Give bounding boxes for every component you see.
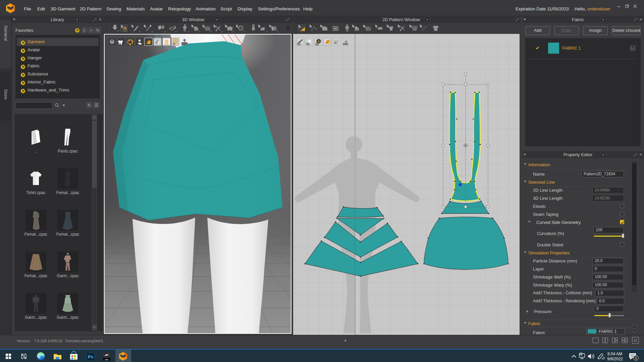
svg-text:ABA: ABA: [105, 359, 108, 361]
svg-text:9/9/2022: 9/9/2022: [607, 357, 623, 361]
svg-text:1: 1: [635, 356, 637, 360]
svg-text:8:04 AM: 8:04 AM: [607, 352, 622, 356]
svg-text:Ps: Ps: [88, 354, 93, 359]
